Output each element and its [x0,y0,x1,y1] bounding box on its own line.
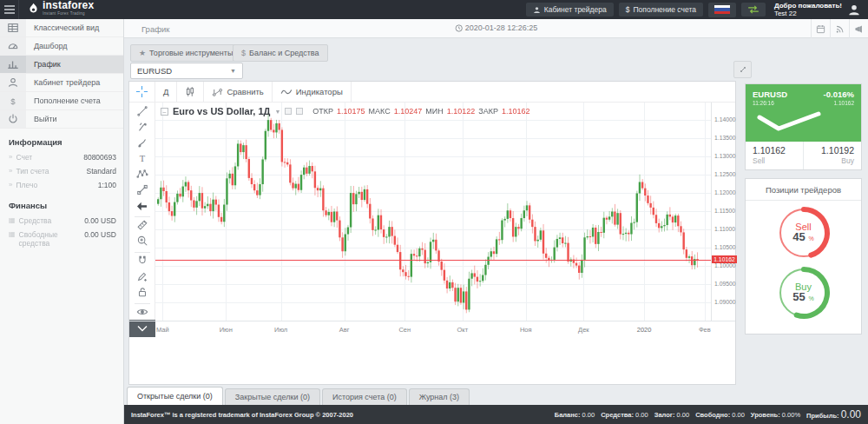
quote-card[interactable]: EURUSD -0.016% 11:26:16 1.10162 1.10162 … [745,83,862,170]
forecast-tool-button[interactable] [129,183,155,199]
chart-legend: – Euro vs US Dollar, 1Д ▼ ОТКР1.10175 МА… [161,106,530,116]
stat-баланс: Баланс: 0.00 [555,411,595,419]
zoom-in-tool-button[interactable] [129,235,155,250]
hamburger-menu-button[interactable] [0,0,19,19]
toolbar-separator [135,303,150,304]
compare-button[interactable]: Сравнить [204,82,272,102]
chevron-right-icon: » [9,181,12,189]
symbol-select[interactable]: EURUSD ▼ [130,63,243,79]
ruler-tool-button[interactable] [129,219,155,235]
symbol-select-value: EURUSD [137,66,172,76]
price-tick: 1.11500 [714,208,735,214]
balance-funds-button[interactable]: $ Баланс и Средства [233,44,328,62]
crosshair-tool-button[interactable] [129,82,155,102]
time-axis[interactable]: МайИюнИюлАвгСенОктНояДек2020Фев [129,321,735,338]
price-tick: 1.12000 [714,189,736,195]
interval-button[interactable]: Д [155,82,177,102]
draw-mode-tool-button[interactable] [129,270,155,286]
sidebar-item-logout[interactable]: Выйти [0,110,123,129]
logo[interactable]: instaforex Instant Forex Trading [19,1,124,18]
sell-price: 1.10162 [753,145,796,156]
row-label: »Счет [9,153,71,162]
chart-toolbar: Д Сравнить Индикаторы [129,82,735,103]
row-label-text: Плечо [16,181,37,189]
price-tick: 1.14000 [714,116,736,123]
clock-icon [455,24,463,32]
price-tick: 1.10500 [714,244,736,250]
drawing-toolbar: T [129,103,155,320]
indicators-button[interactable]: Индикаторы [273,82,352,102]
magnet-tool-button[interactable] [129,255,155,270]
toolbar-separator [135,252,150,253]
sidebar-item-chart[interactable]: График [0,56,123,74]
currency-swap-button[interactable] [741,3,766,17]
row-value: Standard [87,167,117,176]
checkmark-icon [754,110,824,136]
pattern-icon [136,168,148,183]
trendline-tool-button[interactable] [129,105,155,121]
cabinet-button[interactable]: Кабинет трейдера [526,3,614,17]
dollar-icon: $ [626,5,630,14]
finance-section-title: Финансы [0,192,123,214]
arrow-tool-button[interactable] [129,199,155,215]
price-chart[interactable] [155,103,711,321]
chart-card: Д Сравнить Индикаторы T – Euro vs US Dol… [128,81,736,385]
stat-value: 0.00 [582,411,595,419]
tab-закрытые[interactable]: Закрытые сделки (0) [225,388,320,405]
tab-открытые[interactable]: Открытые сделки (0) [127,387,223,405]
bars-icon [0,56,26,73]
deposit-button[interactable]: $ Пополнение счета [619,3,703,17]
quote-symbol: EURUSD [753,89,787,99]
row-label: »Тип счета [9,167,71,176]
chart-style-button[interactable] [177,82,204,102]
expand-chart-button[interactable] [733,61,752,78]
language-selector-russian-flag[interactable] [708,3,736,17]
trading-instruments-button[interactable]: ★ Торговые инструменты [130,44,241,62]
welcome-text: Добро пожаловать! [774,2,842,10]
price-axis[interactable]: 1.140001.135001.130001.125001.120001.115… [711,103,736,321]
row-label: ▦Свободные средства [9,230,71,248]
chevron-down-icon: ▼ [230,68,236,74]
megaphone-icon[interactable] [849,19,868,38]
stat-залог: Залог: 0.00 [654,411,689,419]
sidebar-item-label: Кабинет трейдера [26,74,123,91]
sidebar-item-trader-cabinet[interactable]: Кабинет трейдера [0,74,123,92]
lock-tool-button[interactable] [129,286,155,301]
time-tick: Май [156,326,169,334]
hamburger-icon [4,5,15,14]
stat-value: 0.00 [635,411,648,419]
time-tick: Июл [274,326,287,334]
price-tick: 1.11000 [714,226,735,232]
sidebar-item-dashboard[interactable]: Дашборд [0,37,123,56]
pitchfork-tool-button[interactable] [129,121,155,136]
expand-icon [739,65,747,74]
text-tool-button[interactable]: T [129,152,155,168]
logo-wordmark: instaforex Instant Forex Trading [43,1,94,18]
ruler-icon [136,219,148,235]
subheader-icons [811,19,868,38]
swap-arrows-icon [747,5,760,14]
sell-quote-button[interactable]: 1.10162 Sell [746,142,803,169]
mini-chart-icon: ▦ [9,216,16,225]
legend-settings-icon[interactable] [285,108,292,115]
legend-source-icon[interactable] [296,108,303,115]
rss-icon[interactable] [830,19,849,38]
avatar-person-icon [848,3,860,16]
pitchfork-icon [136,121,148,136]
calendar-icon[interactable] [811,19,830,38]
brush-tool-button[interactable] [129,136,155,152]
legend-collapse-icon[interactable]: – [161,108,168,116]
account-stats: Баланс: 0.00Средства: 0.00Залог: 0.00Сво… [555,408,861,421]
tab-журнал[interactable]: Журнал (3) [409,388,470,405]
time-tick: Сен [398,326,411,334]
user-avatar[interactable] [847,3,861,17]
tab-история[interactable]: История счета (0) [322,388,407,405]
sidebar-item-classic-view[interactable]: Классический вид [0,19,123,37]
pattern-tool-button[interactable] [129,168,155,183]
sidebar-item-deposit[interactable]: $Пополнение счета [0,92,123,110]
user-icon [0,74,26,91]
text-icon: T [136,152,148,168]
chevron-down-icon[interactable]: ▼ [274,109,280,115]
row-label-text: Счет [16,153,32,162]
buy-quote-button[interactable]: 1.10192 Buy [803,142,861,169]
